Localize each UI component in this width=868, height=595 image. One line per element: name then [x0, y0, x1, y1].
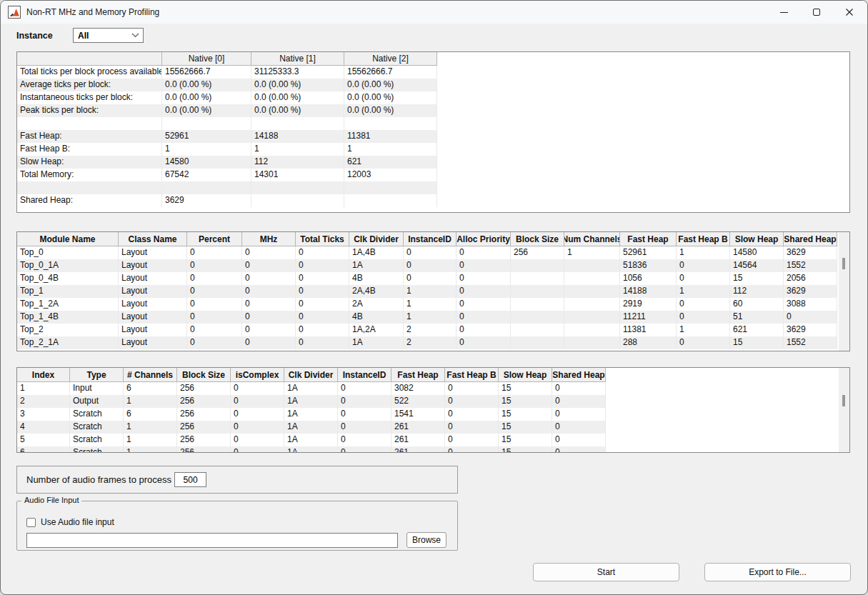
table-cell[interactable]: 15 [499, 395, 552, 408]
table-cell[interactable] [344, 117, 437, 130]
table-cell[interactable]: 67542 [162, 169, 251, 181]
table-cell[interactable]: 0 [552, 434, 606, 446]
table-cell[interactable] [511, 336, 564, 349]
table-cell[interactable]: 522 [391, 395, 445, 408]
table-cell[interactable]: Top_0_4B [17, 272, 119, 285]
table-cell[interactable]: 0.0 (0.00 %) [162, 79, 251, 91]
browse-button[interactable]: Browse [406, 532, 447, 548]
table-cell[interactable]: Top_1_4B [17, 311, 119, 324]
table-cell[interactable]: 1 [17, 382, 70, 395]
table-cell[interactable]: 6 [124, 382, 177, 395]
table-row[interactable]: Top_2Layout0001A,2A201138116213629 [17, 324, 837, 336]
table-cell[interactable]: 1 [251, 143, 344, 156]
table-cell[interactable] [511, 324, 564, 336]
table-row[interactable]: Top_0_4BLayout0004B0010560152056 [17, 272, 837, 285]
table-cell[interactable]: 621 [344, 156, 437, 169]
table-cell[interactable]: 0.0 (0.00 %) [344, 79, 437, 91]
audio-file-path-input[interactable] [26, 533, 398, 548]
table-cell[interactable]: 1 [677, 246, 730, 259]
table-cell[interactable]: 0 [242, 298, 296, 311]
table-cell[interactable]: 256 [511, 246, 564, 259]
table-cell[interactable]: 0 [552, 395, 606, 408]
table-cell[interactable]: 0 [677, 272, 730, 285]
table-cell[interactable] [17, 117, 162, 130]
table-cell[interactable]: 3629 [784, 246, 837, 259]
table-cell[interactable]: 15 [730, 336, 784, 349]
table-cell[interactable]: Fast Heap B: [17, 143, 162, 156]
table-cell[interactable]: 15562666.7 [344, 66, 437, 79]
table-cell[interactable]: 0 [445, 434, 499, 446]
table-cell[interactable]: Top_1_2A [17, 298, 119, 311]
table-cell[interactable]: 0 [231, 421, 284, 434]
table-row[interactable]: 1Input625601A030820150 [17, 382, 606, 395]
table-cell[interactable]: 11381 [620, 324, 677, 336]
table-cell[interactable] [17, 181, 162, 194]
table-row[interactable]: Total ticks per block process available:… [17, 66, 437, 79]
table-row[interactable]: Average ticks per block:0.0 (0.00 %)0.0 … [17, 79, 437, 91]
table-cell[interactable]: 60 [730, 298, 784, 311]
table-cell[interactable]: Slow Heap: [17, 156, 162, 169]
table-cell[interactable]: Total ticks per block process available: [17, 66, 162, 79]
table-cell[interactable]: 6 [17, 446, 70, 453]
table-cell[interactable]: 0 [677, 311, 730, 324]
table-cell[interactable]: Output [70, 395, 124, 408]
table-cell[interactable]: 0.0 (0.00 %) [251, 91, 344, 104]
table-row[interactable]: Top_1Layout0002A,4B101418811123629 [17, 285, 837, 298]
table-cell[interactable]: 0 [296, 259, 349, 272]
table-cell[interactable]: Fast Heap: [17, 130, 162, 143]
close-button[interactable] [833, 1, 866, 24]
table-cell[interactable]: 288 [620, 336, 677, 349]
table-cell[interactable]: Scratch [70, 446, 124, 453]
table-cell[interactable]: 0 [231, 434, 284, 446]
table-cell[interactable] [251, 181, 344, 194]
table-cell[interactable]: 0 [457, 324, 511, 336]
table-cell[interactable] [162, 117, 251, 130]
table-cell[interactable]: 0 [457, 285, 511, 298]
start-button[interactable]: Start [533, 563, 679, 581]
table-cell[interactable]: 1 [404, 311, 457, 324]
table-cell[interactable]: 0 [404, 259, 457, 272]
table-cell[interactable]: Peak ticks per block: [17, 104, 162, 117]
table-row[interactable]: Fast Heap B:111 [17, 143, 437, 156]
table-row[interactable] [17, 117, 437, 130]
table-cell[interactable]: 0 [187, 324, 242, 336]
table-cell[interactable]: 0 [296, 311, 349, 324]
table-cell[interactable]: 0 [552, 446, 606, 453]
table-cell[interactable]: 14188 [620, 285, 677, 298]
table-cell[interactable]: 51836 [620, 259, 677, 272]
table-row[interactable]: Top_1_2ALayout0002A1029190603088 [17, 298, 837, 311]
table-cell[interactable]: 1552 [784, 259, 837, 272]
table-cell[interactable]: 0 [445, 408, 499, 421]
table-cell[interactable]: 0 [457, 298, 511, 311]
table-cell[interactable]: 0 [338, 395, 391, 408]
table-cell[interactable]: 0 [242, 336, 296, 349]
table-cell[interactable]: Scratch [70, 421, 124, 434]
table-cell[interactable]: 256 [177, 408, 231, 421]
table-cell[interactable]: 0 [338, 408, 391, 421]
table-cell[interactable]: 0 [242, 311, 296, 324]
table-cell[interactable] [564, 259, 620, 272]
table-cell[interactable]: 261 [391, 421, 445, 434]
table-row[interactable]: Top_2_1ALayout0001A202880151552 [17, 336, 837, 349]
table-cell[interactable]: Layout [119, 298, 187, 311]
table-row[interactable]: Fast Heap:529611418811381 [17, 130, 437, 143]
table-row[interactable] [17, 181, 437, 194]
table-cell[interactable]: Layout [119, 246, 187, 259]
table-cell[interactable]: 1A [284, 434, 338, 446]
table-cell[interactable]: 0 [242, 246, 296, 259]
table-cell[interactable]: Layout [119, 324, 187, 336]
table-cell[interactable]: 1A [284, 395, 338, 408]
table-cell[interactable]: Top_1 [17, 285, 119, 298]
table-cell[interactable]: 0.0 (0.00 %) [162, 91, 251, 104]
table-row[interactable]: 3Scratch625601A015410150 [17, 408, 606, 421]
table-cell[interactable]: 1552 [784, 336, 837, 349]
instance-dropdown[interactable]: All [73, 28, 144, 43]
table-cell[interactable]: 15 [499, 434, 552, 446]
use-audio-file-checkbox[interactable] [26, 518, 36, 527]
table-cell[interactable]: 4B [349, 272, 404, 285]
table-cell[interactable]: 0.0 (0.00 %) [251, 79, 344, 91]
table-row[interactable]: Peak ticks per block:0.0 (0.00 %)0.0 (0.… [17, 104, 437, 117]
minimize-button[interactable] [767, 1, 800, 24]
table-cell[interactable]: 15 [499, 408, 552, 421]
table-row[interactable]: 2Output125601A05220150 [17, 395, 606, 408]
